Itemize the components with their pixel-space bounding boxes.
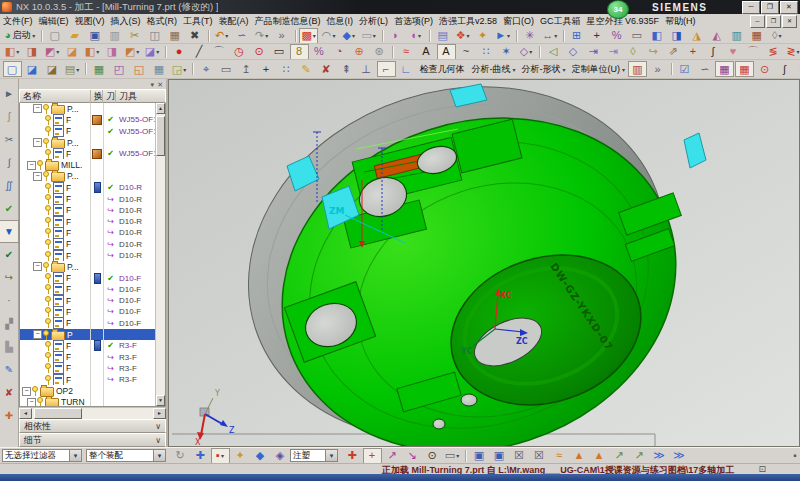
rectangle-icon[interactable]: ▭ [270,44,289,60]
snap-center-icon[interactable]: ⊙ [423,448,442,464]
raise-icon[interactable]: ⇗ [664,44,683,60]
expander-icon[interactable]: − [33,330,42,339]
information-icon[interactable]: ▥ [628,61,647,77]
check-geometry-button[interactable]: 检查几何体 [417,61,468,77]
refresh-icon[interactable]: ↻ [171,448,190,464]
snap-face2-icon[interactable]: ≫ [670,448,689,464]
save-icon[interactable]: ▣ [85,28,104,44]
program-group-row[interactable]: −P... [20,137,156,148]
analysis-curve-button[interactable]: 分析-曲线▾ [469,61,518,77]
spline-icon[interactable]: 8 [290,44,309,60]
program-group-row[interactable]: −TURN [20,397,156,406]
program-group-row[interactable]: −P... [20,171,156,182]
point-set-icon[interactable]: ∷ [477,44,496,60]
program-group-row[interactable]: −P [20,329,156,340]
operation-row[interactable]: F↪D10-F [20,318,156,329]
shaded-view-icon[interactable]: ◆▾ [339,28,358,44]
circle-point-icon[interactable]: ⊙ [250,44,269,60]
blank-body-icon[interactable]: ▙ [0,335,19,358]
expander-icon[interactable]: − [33,262,42,271]
child-close-button[interactable]: ✕ [782,15,797,28]
overflow-chevron[interactable]: » [272,28,291,44]
menu-edit[interactable]: 编辑(E) [36,15,72,28]
helix-icon[interactable]: ⊛ [370,44,389,60]
menu-insert[interactable]: 插入(S) [108,15,144,28]
operation-row[interactable]: F↪R3-F [20,374,156,385]
bottom-view-icon[interactable]: ◨ [103,44,122,60]
edge-select-icon[interactable]: ▤▾ [63,61,82,77]
extend2-icon[interactable]: ⇥ [604,44,623,60]
constraint-navigator-icon[interactable]: ʃ [0,105,19,128]
derived-line-icon[interactable]: % [310,44,329,60]
navigator-column-header[interactable]: 名称 换 刀 刀具 [19,89,166,103]
splitter-dots-icon[interactable]: · [0,289,19,312]
scroll-left-icon[interactable]: ◄ [19,408,32,419]
plus-icon[interactable]: + [587,28,606,44]
menu-window[interactable]: 窗口(O) [500,15,537,28]
block-icon[interactable]: ◧ [647,28,666,44]
program-group-row[interactable]: −OP2 [20,385,156,396]
hd3d-tools-icon[interactable]: ✔ [0,197,19,220]
menu-gc-toolbox[interactable]: GC工具箱 [537,15,584,28]
zigzag-icon[interactable]: ≶ [764,44,783,60]
invert-shown-icon[interactable]: ◱ [130,61,149,77]
point-icon[interactable]: ✦ [473,28,492,44]
extend-icon[interactable]: ⇥ [584,44,603,60]
selection-filter-dropdown[interactable]: 无选择过滤器 ▼ [2,449,82,462]
operation-row[interactable]: F↪D10-R [20,239,156,250]
iso-view-icon[interactable]: ◧▾ [3,44,22,60]
gouge-check-icon[interactable]: ▦ [735,61,754,77]
bridge-icon[interactable]: ⌒ [744,44,763,60]
layer-settings-icon[interactable]: ▤ [433,28,452,44]
snap-end-icon[interactable]: ↗ [383,448,402,464]
operation-row[interactable]: F↪D10-F [20,284,156,295]
studio-spline-icon[interactable]: ~ [457,44,476,60]
panel-close-icon[interactable]: ✕ [157,81,163,88]
wcs-rotate-icon[interactable]: ∟ [397,61,416,77]
program-group-row[interactable]: −P... [20,103,156,114]
menu-view[interactable]: 视图(V) [72,15,108,28]
snap-existing-icon[interactable]: ▣ [490,448,509,464]
arc-icon[interactable]: ⌒ [210,44,229,60]
redo-icon[interactable]: ↷▾ [252,28,271,44]
cut-icon[interactable]: ✂ [125,28,144,44]
snap-face-icon[interactable]: ≫ [650,448,669,464]
point2-icon[interactable]: ⊕ [350,44,369,60]
operation-row[interactable]: F↪D10-R [20,227,156,238]
sketch-curve-icon[interactable]: ∽ [232,28,251,44]
body-select-icon[interactable]: ◪ [43,61,62,77]
elevate-icon[interactable]: ⇞ [337,61,356,77]
overlay-counter-badge[interactable]: 34 [607,0,629,19]
operation-row[interactable]: F✔WJ55-OF1 [20,148,156,159]
back-view-icon[interactable]: ◧▾ [83,44,102,60]
menu-preferences[interactable]: 首选项(P) [391,15,436,28]
window-next-icon[interactable]: ◖▾ [406,28,425,44]
check-mate-icon[interactable]: ✔ [0,243,19,266]
xform-icon[interactable]: ✂ [0,128,19,151]
minimize-button[interactable]: ─ [742,1,760,14]
operation-row[interactable]: F↪D10-R [20,216,156,227]
vector-icon[interactable]: ►▾ [493,28,512,44]
program-group-row[interactable]: −MILL. [20,159,156,170]
machine-sim-icon[interactable]: ▦ [715,61,734,77]
menu-haoqiang-tools[interactable]: 浩强工具v2.58 [436,15,500,28]
facet-select-icon[interactable]: ◈ [271,448,290,464]
target-icon[interactable]: ⊙ [755,61,774,77]
start-menu[interactable]: ◕启动▾ [3,28,38,44]
normal-icon[interactable]: ↥ [237,61,256,77]
paste-icon[interactable]: ▦ [165,28,184,44]
assembly-navigator-icon[interactable]: ► [0,82,19,105]
section-analysis-icon[interactable]: ʃ [775,61,794,77]
snap-tangent-icon[interactable]: ↗ [610,448,629,464]
snap-intersect-icon[interactable]: ☒ [510,448,529,464]
snap-pole-icon[interactable]: ▲ [570,448,589,464]
curve-analysis-icon[interactable]: ∽ [695,61,714,77]
ellipse-icon[interactable]: ◔ [330,44,349,60]
dropdown-arrow-icon[interactable]: ▼ [325,449,338,462]
draft-icon[interactable]: ◁ [544,44,563,60]
tool-library-icon[interactable]: ▞ [0,312,19,335]
trimetric-view-icon[interactable]: ◪▾ [143,44,162,60]
law-curve-icon[interactable]: ≈ [397,44,416,60]
section-curve-icon[interactable]: ʃ [704,44,723,60]
more2-icon[interactable]: ◇▾ [517,44,536,60]
